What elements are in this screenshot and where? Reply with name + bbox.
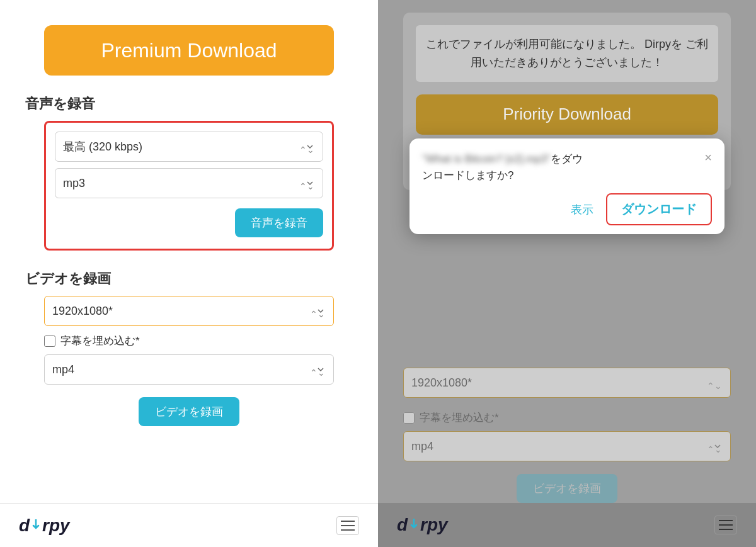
right-hamburger-menu[interactable] [714, 516, 737, 534]
right-record-video-button[interactable]: ビデオを録画 [517, 474, 617, 503]
subtitle-label: 字幕を埋め込む* [60, 334, 140, 348]
video-section-title: ビデオを録画 [25, 269, 353, 288]
audio-section-title: 音声を録音 [25, 94, 353, 113]
right-subtitle-checkbox[interactable] [403, 412, 415, 424]
left-hamburger-menu[interactable] [336, 516, 359, 535]
logo-arrow-icon [32, 519, 40, 532]
dialog-actions: 表示 ダウンロード [422, 193, 712, 225]
logo-rest-text: rpy [42, 516, 70, 536]
download-dialog: "What is Bitcoin? [x2].mp3"をダウンロードしますか? … [410, 138, 724, 234]
logo-d-char: d [19, 516, 30, 536]
subtitle-checkbox[interactable] [44, 336, 55, 347]
right-logo-rest: rpy [420, 515, 448, 535]
right-logo-arrow-icon [410, 519, 418, 531]
video-format-select[interactable]: mp4 [44, 354, 334, 385]
premium-download-button[interactable]: Premium Download [44, 25, 334, 76]
audio-section: 最高 (320 kbps) mp3 音声を録音 [44, 121, 334, 251]
dialog-title: "What is Bitcoin? [x2].mp3"をダウンロードしますか? [422, 151, 698, 183]
left-bottom-bar: d rpy [0, 503, 378, 547]
right-video-format-select[interactable]: mp4 [403, 431, 731, 461]
audio-quality-select[interactable]: 最高 (320 kbps) [55, 132, 323, 162]
right-bottom-bar: d rpy [378, 503, 756, 547]
right-logo-d: d [397, 515, 408, 535]
audio-format-select[interactable]: mp3 [55, 168, 323, 198]
right-subtitle-label: 字幕を埋め込む* [420, 410, 499, 425]
record-video-button[interactable]: ビデオを録画 [139, 397, 239, 426]
video-quality-select[interactable]: 1920x1080* [44, 296, 334, 326]
priority-download-button[interactable]: Priority Download [416, 94, 718, 135]
record-audio-button[interactable]: 音声を録音 [235, 208, 323, 237]
success-message: これでファイルが利用可能になりました。 Dirpyを ご利用いただきありがとうご… [416, 25, 718, 82]
dialog-header: "What is Bitcoin? [x2].mp3"をダウンロードしますか? … [422, 151, 712, 183]
video-section: 1920x1080* 字幕を埋め込む* mp4 ビデオを録画 [44, 296, 334, 426]
dialog-download-button[interactable]: ダウンロード [606, 193, 712, 225]
dialog-show-button[interactable]: 表示 [571, 202, 593, 217]
dialog-close-x-button[interactable]: × [704, 151, 712, 164]
dialog-filename-blurred: "What is Bitcoin? [x2].mp3" [422, 153, 551, 165]
left-panel: Premium Download 音声を録音 最高 (320 kbps) mp3… [0, 0, 378, 547]
right-lower-area: 1920x1080* 字幕を埋め込む* mp4 ビデオを録画 [403, 368, 731, 503]
right-video-quality-select[interactable]: 1920x1080* [403, 368, 731, 398]
right-panel: これでファイルが利用可能になりました。 Dirpyを ご利用いただきありがとうご… [378, 0, 756, 547]
right-logo: d rpy [397, 515, 448, 535]
left-logo: d rpy [19, 516, 70, 536]
